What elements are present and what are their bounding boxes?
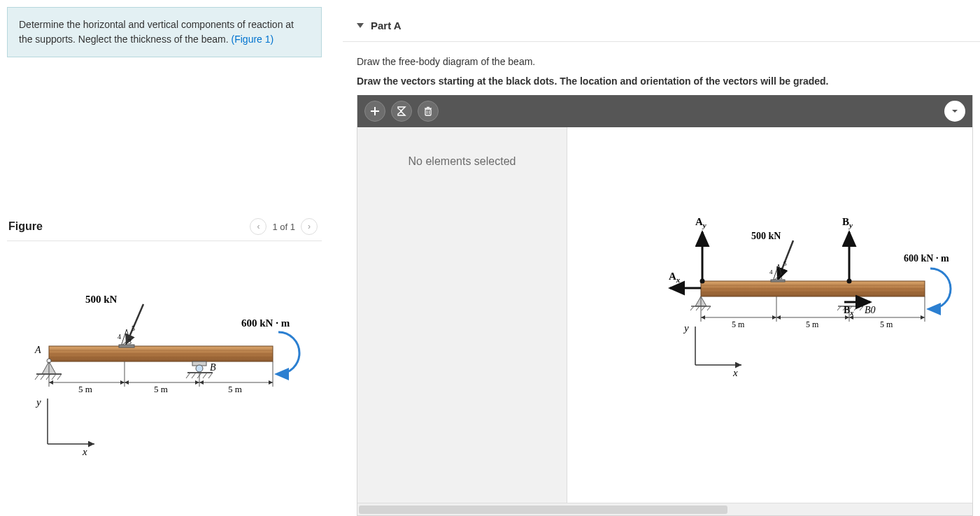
sigma-button[interactable] xyxy=(391,101,412,122)
svg-rect-22 xyxy=(119,345,134,347)
svg-line-15 xyxy=(186,373,190,378)
figure-title: Figure xyxy=(8,220,43,233)
drawing-canvas-container: No elements selected xyxy=(357,95,973,516)
dimensions: 5 m 5 m 5 m xyxy=(49,361,273,394)
part-title: Part A xyxy=(371,20,402,31)
svg-point-62 xyxy=(847,279,852,284)
caret-down-icon xyxy=(357,23,364,28)
axis-y: y xyxy=(35,396,41,408)
fbd-axes: y x xyxy=(683,322,741,378)
svg-line-9 xyxy=(46,374,50,380)
dim-2: 5 m xyxy=(154,384,168,394)
svg-line-47 xyxy=(702,306,705,310)
svg-line-45 xyxy=(690,306,694,310)
figure-header: Figure ‹ 1 of 1 › xyxy=(7,218,322,239)
fbd-force-500: 500 kN 5 3 4 xyxy=(751,231,793,282)
slope-4: 4 xyxy=(118,333,121,341)
slope-3: 3 xyxy=(128,338,132,345)
canvas-menu-button[interactable] xyxy=(944,101,965,122)
prev-button[interactable]: ‹ xyxy=(250,218,267,235)
svg-line-11 xyxy=(57,374,62,380)
svg-point-61 xyxy=(700,279,705,284)
figure-link[interactable]: (Figure 1) xyxy=(232,34,274,45)
svg-text:5 m: 5 m xyxy=(806,320,819,329)
svg-text:5 m: 5 m xyxy=(880,320,893,329)
support-b: B xyxy=(186,361,216,378)
instructions: Draw the free-body diagram of the beam. … xyxy=(343,42,980,95)
fbd-label-500: 500 kN xyxy=(751,231,781,241)
no-selection-message: No elements selected xyxy=(409,155,516,167)
fbd-dimensions: 5 m 5 m 5 m xyxy=(701,296,925,329)
svg-line-53 xyxy=(854,306,858,310)
svg-rect-60 xyxy=(771,280,785,282)
svg-line-10 xyxy=(52,374,56,380)
figure-counter: 1 of 1 xyxy=(272,222,295,232)
fbd-diagram: 500 kN 5 3 4 600 kN · m xyxy=(659,204,967,400)
axes: y x xyxy=(35,396,94,457)
part-header[interactable]: Part A xyxy=(343,7,980,42)
svg-rect-34 xyxy=(425,109,431,115)
svg-line-8 xyxy=(41,374,45,380)
svg-text:y: y xyxy=(683,322,689,334)
svg-line-7 xyxy=(35,374,39,380)
label-a: A xyxy=(34,345,41,355)
add-button[interactable] xyxy=(364,101,385,122)
label-600: 600 kN · m xyxy=(241,317,290,329)
divider xyxy=(7,241,322,241)
label-ay: Ay xyxy=(695,216,706,229)
label-b: B xyxy=(210,362,216,373)
canvas-body: No elements selected xyxy=(357,127,972,503)
svg-line-48 xyxy=(707,306,711,310)
svg-text:4: 4 xyxy=(769,268,773,275)
label-ax: Ax xyxy=(669,271,681,284)
svg-text:5 m: 5 m xyxy=(732,320,745,329)
svg-text:x: x xyxy=(732,367,738,378)
dim-1: 5 m xyxy=(78,384,92,394)
next-button[interactable]: › xyxy=(301,218,318,235)
axis-x: x xyxy=(82,446,87,457)
label-b0: B0 xyxy=(865,305,876,315)
fbd-label-600: 600 kN · m xyxy=(904,253,949,264)
drawing-area[interactable]: 500 kN 5 3 4 600 kN · m xyxy=(567,127,972,503)
svg-text:5: 5 xyxy=(783,260,787,267)
figure-diagram: A B 500 kN 5 3 4 xyxy=(7,262,301,458)
svg-line-50 xyxy=(837,306,841,310)
slope-5: 5 xyxy=(132,324,135,332)
scrollbar-thumb[interactable] xyxy=(359,506,727,514)
label-500kn: 500 kN xyxy=(85,294,118,305)
instruction-1: Draw the free-body diagram of the beam. xyxy=(357,56,973,67)
right-panel: Part A Draw the free-body diagram of the… xyxy=(336,0,980,516)
svg-line-18 xyxy=(203,373,207,378)
svg-line-54 xyxy=(860,306,863,310)
dim-3: 5 m xyxy=(228,384,242,394)
delete-button[interactable] xyxy=(418,101,439,122)
left-panel: Determine the horizontal and vertical co… xyxy=(0,0,336,516)
svg-line-16 xyxy=(192,373,196,378)
svg-point-13 xyxy=(196,365,203,372)
label-by: By xyxy=(842,216,853,229)
horizontal-scrollbar[interactable] xyxy=(357,503,972,515)
selection-panel: No elements selected xyxy=(357,127,567,503)
instruction-2: Draw the vectors starting at the black d… xyxy=(357,76,973,87)
figure-nav: ‹ 1 of 1 › xyxy=(250,218,318,235)
force-500kn: 500 kN 5 3 4 xyxy=(85,294,143,347)
svg-line-46 xyxy=(696,306,700,310)
problem-statement: Determine the horizontal and vertical co… xyxy=(7,7,322,57)
canvas-toolbar xyxy=(357,95,972,127)
svg-line-19 xyxy=(208,373,213,378)
